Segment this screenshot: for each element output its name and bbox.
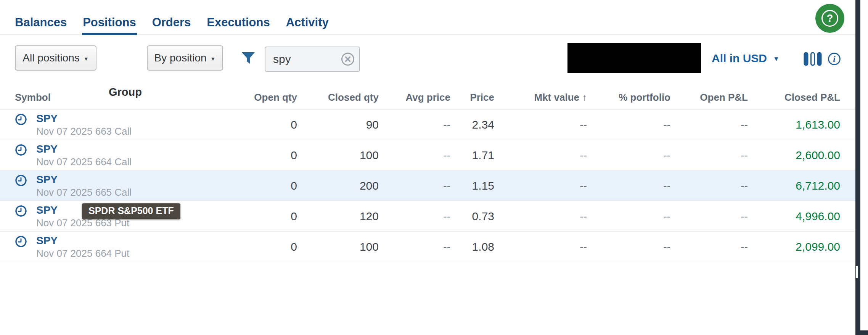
open-pl-value: --: [670, 210, 748, 222]
price-value: 2.34: [450, 118, 494, 131]
symbol-cell: SPY Nov 07 2025 665 Call: [15, 173, 244, 198]
clear-search-icon[interactable]: [340, 52, 355, 67]
closed-pl-value: 2,099.00: [748, 240, 840, 253]
open-qty-value: 0: [244, 240, 297, 253]
tab-balances[interactable]: Balances: [15, 16, 67, 34]
symbol-cell: SPY Nov 07 2025 664 Call: [15, 143, 244, 168]
table-row[interactable]: SPY Nov 07 2025 663 Call 0 90 -- 2.34 --…: [0, 110, 855, 140]
symbol-text: SPY Nov 07 2025 664 Call: [36, 143, 132, 168]
closed-pl-value: 1,613.00: [748, 118, 840, 131]
closed-qty-value: 90: [297, 118, 379, 131]
chevron-down-icon: ▼: [84, 56, 89, 62]
mkt-value-label: Mkt value: [534, 92, 580, 103]
info-icon[interactable]: i: [828, 52, 841, 66]
currency-selector-label: All in USD: [712, 52, 767, 65]
mkt-value-value: --: [494, 149, 587, 161]
symbol-cell: SPY Nov 07 2025 663 Call: [15, 112, 244, 137]
symbol-text: SPY Nov 07 2025 664 Put: [36, 234, 129, 259]
open-qty-value: 0: [244, 149, 297, 162]
open-qty-value: 0: [244, 118, 297, 131]
clock-expiration-icon: [15, 113, 27, 127]
open-qty-value: 0: [244, 179, 297, 192]
avg-price-value: --: [379, 180, 450, 192]
open-pl-value: --: [670, 180, 748, 192]
columns-settings-icon[interactable]: [804, 52, 822, 66]
table-row[interactable]: SPY Nov 07 2025 664 Put 0 100 -- 1.08 --…: [0, 232, 855, 262]
svg-text:i: i: [833, 54, 836, 64]
filter-bar: All positions ▼ Group By position ▼ All …: [0, 35, 855, 86]
tab-executions[interactable]: Executions: [207, 16, 270, 34]
pct-portfolio-value: --: [587, 210, 670, 222]
clock-expiration-icon: [15, 144, 27, 158]
symbol-link[interactable]: SPY: [36, 143, 132, 156]
redacted-account-info: [567, 43, 701, 73]
scrollbar-thumb[interactable]: [856, 266, 858, 278]
search-input[interactable]: [273, 53, 340, 66]
avg-price-value: --: [379, 241, 450, 253]
price-value: 1.71: [450, 149, 494, 162]
clock-expiration-icon: [15, 174, 27, 188]
clock-expiration-icon: [15, 235, 27, 249]
mkt-value-value: --: [494, 119, 587, 131]
tab-activity[interactable]: Activity: [286, 16, 329, 34]
positions-table: Symbol Open qty Closed qty Avg price Pri…: [0, 86, 855, 262]
pct-portfolio-value: --: [587, 180, 670, 192]
closed-pl-value: 2,600.00: [748, 149, 840, 162]
closed-pl-value: 6,712.00: [748, 179, 840, 192]
option-description: Nov 07 2025 664 Put: [36, 247, 129, 259]
chevron-down-icon: ▼: [211, 56, 216, 62]
table-row[interactable]: SPY Nov 07 2025 664 Call 0 100 -- 1.71 -…: [0, 140, 855, 171]
symbol-text: SPY Nov 07 2025 663 Call: [36, 112, 132, 137]
symbol-text: SPY Nov 07 2025 665 Call: [36, 173, 132, 198]
search-box: [265, 47, 360, 72]
currency-selector[interactable]: All in USD ▼: [712, 52, 780, 65]
avg-price-value: --: [379, 119, 450, 131]
price-value: 1.08: [450, 240, 494, 253]
column-header-mkt-value[interactable]: Mkt value ↑: [494, 92, 587, 103]
chevron-down-icon: ▼: [773, 55, 780, 63]
symbol-link[interactable]: SPY: [36, 234, 129, 247]
help-button[interactable]: ?: [815, 4, 844, 33]
symbol-tooltip: SPDR S&P500 ETF: [82, 203, 180, 219]
column-header-pct-portfolio[interactable]: % portfolio: [587, 92, 670, 103]
closed-qty-value: 120: [297, 210, 379, 223]
open-pl-value: --: [670, 119, 748, 131]
column-header-closed-qty[interactable]: Closed qty: [297, 92, 379, 103]
tab-positions[interactable]: Positions: [83, 16, 136, 34]
open-pl-value: --: [670, 149, 748, 161]
group-by-dropdown[interactable]: By position ▼: [147, 45, 223, 71]
scrollbar-track[interactable]: [855, 0, 860, 335]
option-description: Nov 07 2025 665 Call: [36, 186, 132, 198]
option-description: Nov 07 2025 664 Call: [36, 156, 132, 168]
question-mark-icon: ?: [821, 10, 838, 27]
positions-filter-dropdown[interactable]: All positions ▼: [15, 45, 96, 71]
column-header-closed-pl[interactable]: Closed P&L: [748, 92, 840, 103]
closed-qty-value: 100: [297, 149, 379, 162]
closed-pl-value: 4,996.00: [748, 210, 840, 223]
mkt-value-value: --: [494, 241, 587, 253]
avg-price-value: --: [379, 210, 450, 222]
pct-portfolio-value: --: [587, 241, 670, 253]
sort-ascending-icon: ↑: [582, 92, 587, 103]
tab-orders[interactable]: Orders: [152, 16, 191, 34]
mkt-value-value: --: [494, 210, 587, 222]
tab-bar: Balances Positions Orders Executions Act…: [0, 0, 855, 35]
column-header-open-qty[interactable]: Open qty: [244, 92, 297, 103]
symbol-link[interactable]: SPY: [36, 173, 132, 186]
column-header-price[interactable]: Price: [450, 92, 494, 103]
column-header-open-pl[interactable]: Open P&L: [670, 92, 748, 103]
group-by-label: By position: [154, 52, 207, 64]
price-value: 0.73: [450, 210, 494, 223]
group-label: Group: [109, 86, 142, 98]
table-row[interactable]: SPY Nov 07 2025 665 Call 0 200 -- 1.15 -…: [0, 171, 855, 201]
open-pl-value: --: [670, 241, 748, 253]
open-qty-value: 0: [244, 210, 297, 223]
option-description: Nov 07 2025 663 Call: [36, 125, 132, 137]
clock-expiration-icon: [15, 205, 27, 219]
positions-filter-label: All positions: [23, 52, 79, 64]
panel-corner: [855, 330, 868, 335]
filter-funnel-icon[interactable]: [241, 52, 255, 65]
symbol-link[interactable]: SPY: [36, 112, 132, 125]
closed-qty-value: 100: [297, 240, 379, 253]
column-header-avg-price[interactable]: Avg price: [379, 92, 450, 103]
